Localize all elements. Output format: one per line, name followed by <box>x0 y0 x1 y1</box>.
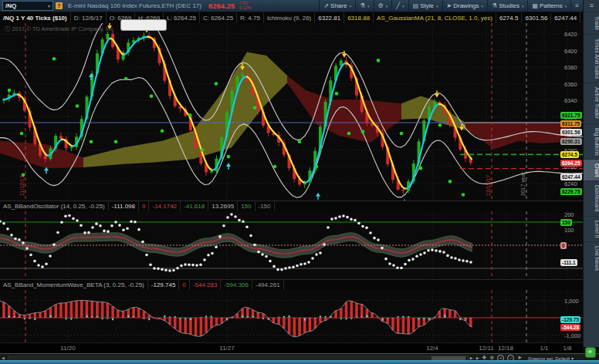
time-axis-label: 12/4 <box>426 345 438 352</box>
sidebar-menu-icon[interactable]: ≡ <box>584 0 599 12</box>
sidebar-tab-level-ii[interactable]: Level II <box>584 216 599 242</box>
price-bubble: 6274.5 <box>560 151 579 158</box>
oscillator-cell-0[interactable]: AS_BBandOscillator (14, 0.25, -0.25) <box>0 201 109 212</box>
sidebar-tab-live-news[interactable]: Live News <box>584 241 599 275</box>
status-cell-5: C: 6264.25 <box>200 12 237 24</box>
oscillator-cell-5: 13.2695 <box>208 201 238 212</box>
share-button[interactable]: ⇗Share▾ <box>319 0 355 12</box>
help-icon[interactable]: ? <box>56 2 63 9</box>
status-cell-7[interactable]: Ichimoku (9, 26) <box>264 12 315 24</box>
sidebar-tab-chart[interactable]: Chart <box>584 159 599 180</box>
time-axis-label: 1/8 <box>563 345 571 352</box>
svg-text:11/12/17: 11/12/17 <box>19 175 25 196</box>
chart-titlebar: /NQ ▾ ? E-mini Nasdaq 100 Index Futures,… <box>0 0 583 12</box>
momentum-axis-label: -1,000 <box>564 332 580 339</box>
patterns-label: Patterns <box>540 2 563 9</box>
oscillator-panel[interactable]: 2001001500-111.1 <box>0 211 583 279</box>
flask-button[interactable]: ⚗▾ <box>355 0 374 12</box>
price-bubble: 6290.31 <box>560 138 582 145</box>
sidebar-tab-big-buttons[interactable]: Big Buttons <box>584 123 599 160</box>
oscillator-cell-7: -150 <box>256 201 275 212</box>
studies-button[interactable]: ⚗Studies▾ <box>487 0 527 12</box>
status-cell-13: 6247.44 <box>551 12 580 24</box>
gear-icon: ⚙ <box>378 2 384 9</box>
momentum-panel[interactable]: 1,000-1,000-129.75-544.28 <box>0 290 583 342</box>
gear-button[interactable]: ⚙▾ <box>374 0 392 12</box>
drawings-button[interactable]: ➤Drawings▾ <box>442 0 488 12</box>
toolbar-buttons: ⇗Share▾⚗▾⚙▾╱▾▤Style▾➤Drawings▾⚗Studies▾▦… <box>319 0 583 12</box>
price-chart-canvas[interactable]: 11/12/1712/15/172017 year <box>0 23 583 201</box>
studies-label: Studies <box>499 2 519 9</box>
pencil-button[interactable]: ╱▾ <box>391 0 408 12</box>
status-cell-4: L: 6264.25 <box>164 12 200 24</box>
momentum-status-row: AS_BBand_MomentumWave_BETA (3, 0.25, -0.… <box>0 279 583 291</box>
info-icon: ⓘ <box>5 25 11 32</box>
oscillator-bubble: -111.1 <box>560 259 577 266</box>
sidebar-tab-dashboard[interactable]: Dashboard <box>584 180 599 215</box>
price-change: -7.50 -0.12% <box>238 2 251 10</box>
oscillator-cell-1: -111.098 <box>109 201 139 212</box>
watermark-text: 2017 © TD Ameritrade IP Company, Inc <box>12 25 113 32</box>
sidebar-tab-active-trader[interactable]: Active Trader <box>584 83 599 123</box>
gadget-sidebar: ≡ TradeTimes And SalesActive TraderBig B… <box>583 0 599 347</box>
scrollbar-thumb[interactable] <box>431 356 465 360</box>
status-cell-6: R: 4.75 <box>237 12 264 24</box>
chevron-down-icon: ▾ <box>565 4 567 8</box>
svg-text:2017 year: 2017 year <box>520 171 526 196</box>
time-axis-label: 11/27 <box>219 345 234 352</box>
price-axis-label: 6240 <box>564 180 577 187</box>
flask-icon: ⚗ <box>360 2 365 9</box>
chevron-down-icon: ▾ <box>48 3 50 8</box>
price-bubble: 6247.44 <box>560 174 582 180</box>
time-axis-label: 11/20 <box>60 345 75 352</box>
status-cell-0[interactable]: /NQ 1 Y 40 Ticks ($10) <box>0 12 71 24</box>
menu-button[interactable]: ≡ <box>570 0 583 12</box>
symbol-input[interactable]: /NQ ▾ <box>2 1 53 11</box>
price-bubble: 6321.75 <box>560 112 582 119</box>
symbol-text: /NQ <box>5 2 16 9</box>
oscillator-cell-2: 0 <box>139 201 149 212</box>
momentum-axis-label: 1,000 <box>564 298 579 305</box>
time-axis-label: 1/1 <box>540 345 548 352</box>
oscillator-status-row: AS_BBandOscillator (14, 0.25, -0.25)-111… <box>0 201 583 212</box>
status-cell-9: 6318.88 <box>344 12 374 24</box>
oscillator-bubble: 0 <box>560 242 567 249</box>
support-chat-icon[interactable] <box>585 347 596 358</box>
price-axis-label: 6340 <box>564 97 577 104</box>
chevron-down-icon: ▾ <box>402 4 404 8</box>
sidebar-tab-times-and-sales[interactable]: Times And Sales <box>584 34 599 83</box>
time-axis-label: 12/11 <box>479 345 493 352</box>
momentum-cell-0[interactable]: AS_BBand_MomentumWave_BETA (3, 0.25, -0.… <box>0 280 148 291</box>
oscillator-cell-3: -14.1742 <box>149 201 181 212</box>
patterns-button[interactable]: ▦Patterns▾ <box>527 0 570 12</box>
style-icon: ▤ <box>413 2 419 9</box>
momentum-canvas[interactable] <box>0 290 583 342</box>
momentum-cell-2: 0 <box>179 280 189 291</box>
svg-text:12/15/17: 12/15/17 <box>486 175 491 196</box>
oscillator-canvas[interactable] <box>0 211 583 279</box>
chevron-down-icon: ▾ <box>436 4 438 8</box>
time-axis: 11/2011/2712/412/1112/181/11/8 <box>0 342 583 354</box>
oscillator-bubble: 150 <box>560 219 572 226</box>
status-cell-8: 6322.81 <box>315 12 344 24</box>
last-price: 6264.25 <box>208 2 235 10</box>
oscillator-axis-label: 200 <box>564 211 574 218</box>
instrument-description: E-mini Nasdaq 100 Index Futures,ETH (DEC… <box>68 2 201 9</box>
sidebar-tabs: TradeTimes And SalesActive TraderBig But… <box>584 12 599 275</box>
style-button[interactable]: ▤Style▾ <box>408 0 442 12</box>
chevron-down-icon: ▾ <box>349 4 351 8</box>
window-edge <box>0 360 599 364</box>
share-label: Share <box>330 2 347 9</box>
status-cell-10[interactable]: AS_GaussianMA (21, 8, CLOSE, 1.0, yes) <box>374 12 496 24</box>
momentum-bubble: -129.75 <box>560 316 580 323</box>
patterns-icon: ▦ <box>532 2 538 9</box>
menu-icon: ≡ <box>575 2 579 9</box>
share-icon: ⇗ <box>323 2 329 9</box>
main-price-chart[interactable]: 11/12/1712/15/172017 year ⓘ 2017 © TD Am… <box>0 23 583 201</box>
chevron-down-icon: ▾ <box>522 4 524 8</box>
price-bubble: 6264.25 <box>560 160 582 167</box>
price-bubble: 6229.75 <box>560 188 582 195</box>
sidebar-tab-trade[interactable]: Trade <box>584 12 599 34</box>
momentum-bars <box>2 301 472 337</box>
chevron-down-icon: ▾ <box>367 4 370 8</box>
